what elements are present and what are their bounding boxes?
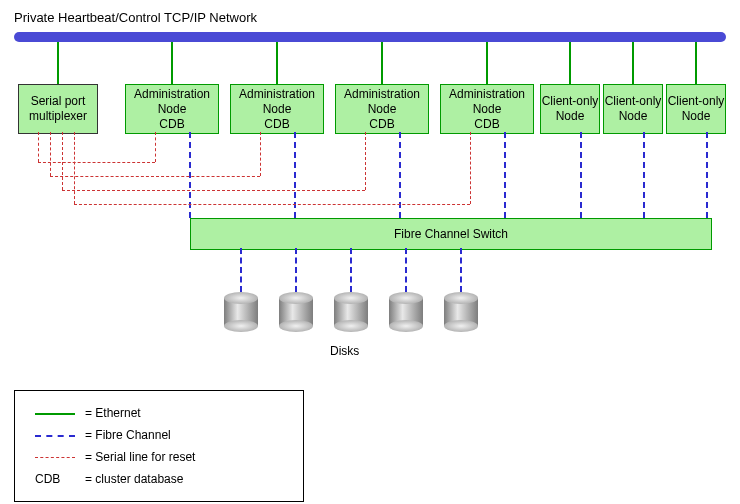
ethernet-line — [486, 42, 488, 84]
ethernet-line — [171, 42, 173, 84]
legend-cdb-key: CDB — [31, 469, 79, 489]
fibre-line — [405, 248, 407, 292]
admin-node-4: AdministrationNodeCDB — [440, 84, 534, 134]
admin-node-4-label: AdministrationNodeCDB — [441, 87, 533, 132]
serial-multiplexer: Serial portmultiplexer — [18, 84, 98, 134]
disks-label: Disks — [330, 344, 359, 358]
serial-line — [470, 132, 471, 204]
fibre-line — [294, 132, 296, 218]
ethernet-line — [381, 42, 383, 84]
network-bus — [14, 32, 726, 42]
legend-fibre-label: = Fibre Channel — [81, 425, 199, 445]
ethernet-line — [695, 42, 697, 84]
fibre-line — [580, 132, 582, 218]
fibre-line — [240, 248, 242, 292]
admin-node-3-label: AdministrationNodeCDB — [336, 87, 428, 132]
disk-icon — [334, 292, 368, 332]
fibre-line — [399, 132, 401, 218]
client-node-2: Client-onlyNode — [603, 84, 663, 134]
serial-line — [74, 204, 470, 205]
legend: = Ethernet= Fibre Channel= Serial line f… — [14, 390, 304, 502]
serial-line — [50, 176, 260, 177]
serial-line — [365, 132, 366, 190]
serial-line — [155, 132, 156, 162]
legend-cdb-label: = cluster database — [81, 469, 199, 489]
admin-node-1: AdministrationNodeCDB — [125, 84, 219, 134]
fibre-switch: Fibre Channel Switch — [190, 218, 712, 250]
client-node-1-label: Client-onlyNode — [541, 94, 599, 124]
network-title: Private Heartbeat/Control TCP/IP Network — [14, 10, 257, 25]
serial-line — [50, 132, 51, 176]
fibre-line — [295, 248, 297, 292]
admin-node-1-label: AdministrationNodeCDB — [126, 87, 218, 132]
fibre-line — [189, 132, 191, 218]
client-node-2-label: Client-onlyNode — [604, 94, 662, 124]
fibre-line — [460, 248, 462, 292]
fibre-switch-label: Fibre Channel Switch — [191, 227, 711, 242]
ethernet-line — [276, 42, 278, 84]
serial-line — [38, 162, 155, 163]
admin-node-3: AdministrationNodeCDB — [335, 84, 429, 134]
disk-icon — [389, 292, 423, 332]
fibre-line — [643, 132, 645, 218]
fibre-line — [706, 132, 708, 218]
client-node-1: Client-onlyNode — [540, 84, 600, 134]
serial-line — [260, 132, 261, 176]
legend-serial-label: = Serial line for reset — [81, 447, 199, 467]
fibre-line — [504, 132, 506, 218]
legend-ethernet-icon — [35, 413, 75, 415]
serial-line — [74, 132, 75, 204]
disk-icon — [279, 292, 313, 332]
client-node-3-label: Client-onlyNode — [667, 94, 725, 124]
disk-icon — [224, 292, 258, 332]
serial-multiplexer-label: Serial portmultiplexer — [19, 94, 97, 124]
admin-node-2-label: AdministrationNodeCDB — [231, 87, 323, 132]
legend-serial-icon — [35, 457, 75, 458]
ethernet-line — [57, 42, 59, 84]
serial-line — [62, 132, 63, 190]
serial-line — [62, 190, 365, 191]
ethernet-line — [569, 42, 571, 84]
serial-line — [38, 132, 39, 162]
legend-fibre-icon — [35, 435, 75, 437]
fibre-line — [350, 248, 352, 292]
disk-icon — [444, 292, 478, 332]
admin-node-2: AdministrationNodeCDB — [230, 84, 324, 134]
client-node-3: Client-onlyNode — [666, 84, 726, 134]
legend-ethernet-label: = Ethernet — [81, 403, 199, 423]
ethernet-line — [632, 42, 634, 84]
